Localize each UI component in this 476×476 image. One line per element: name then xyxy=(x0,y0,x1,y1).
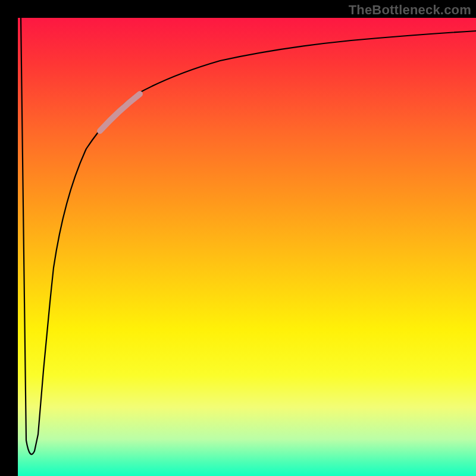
plot-area xyxy=(18,18,476,476)
chart-frame xyxy=(0,0,476,476)
highlight-segment xyxy=(100,94,140,131)
curve-layer xyxy=(18,18,476,476)
chart-root: TheBottleneck.com xyxy=(0,0,476,476)
watermark-label: TheBottleneck.com xyxy=(349,2,471,18)
main-curve xyxy=(21,18,476,455)
